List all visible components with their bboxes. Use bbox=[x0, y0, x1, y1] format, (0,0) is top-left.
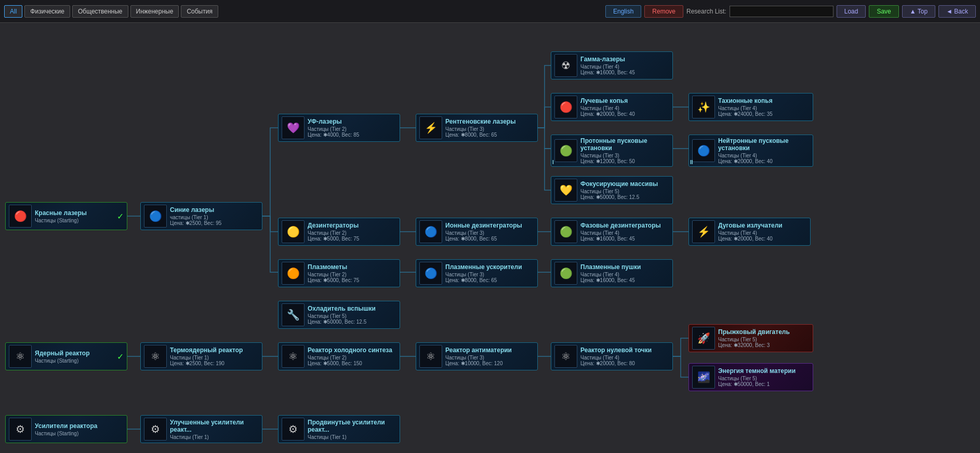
tech-price-plasma_cannons: Цена: ✱16000, Вес: 45 bbox=[580, 277, 669, 283]
tech-tier-zero_point_reactor: Частицы (Tier 4) bbox=[580, 355, 669, 361]
tech-name-dark_energy: Энергия темной материи bbox=[718, 367, 810, 375]
tech-price-cold_fusion: Цена: ✱5000, Вес: 150 bbox=[308, 361, 396, 366]
check-mark-red_lasers: ✓ bbox=[117, 211, 124, 221]
save-button[interactable]: Save bbox=[869, 5, 898, 18]
nav-social[interactable]: Общественные bbox=[72, 5, 128, 18]
tech-card-plasma_throwers[interactable]: 🟠ПлазмометыЧастицы (Tier 2)Цена: ✱5000, … bbox=[278, 259, 400, 287]
tech-info-reactor_boosters: Усилители реактораЧастицы (Starting) bbox=[35, 422, 124, 436]
tech-price-plasma_throwers: Цена: ✱5000, Вес: 75 bbox=[308, 277, 396, 283]
tech-price-arc_emitters: Цена: ✱20000, Вес: 40 bbox=[718, 236, 807, 242]
tech-price-zero_point_reactor: Цена: ✱20000, Вес: 80 bbox=[580, 361, 669, 366]
load-button[interactable]: Load bbox=[837, 5, 866, 18]
tech-name-advanced_boosters: Продвинутые усилители реакт... bbox=[308, 419, 396, 433]
tech-card-xray_lasers[interactable]: ⚡Рентгеновские лазерыЧастицы (Tier 3)Цен… bbox=[416, 114, 538, 142]
tech-icon-fusion_reactor: ⚛ bbox=[144, 345, 167, 368]
tech-card-disintegrators[interactable]: 🟡ДезинтеграторыЧастицы (Tier 2)Цена: ✱50… bbox=[278, 218, 400, 246]
tech-card-cold_fusion[interactable]: ⚛Реактор холодного синтезаЧастицы (Tier … bbox=[278, 342, 400, 370]
tech-tier-ion_disintegrators: Частицы (Tier 3) bbox=[445, 230, 534, 236]
tech-info-phase_disintegrators: Фазовые дезинтеграторыЧастицы (Tier 4)Це… bbox=[580, 222, 669, 242]
tech-card-neutron_launchers[interactable]: 🔵Нейтронные пусковые установкиЧастицы (T… bbox=[688, 135, 813, 167]
tech-name-gamma_lasers: Гамма-лазеры bbox=[580, 56, 669, 63]
nav-engineering[interactable]: Инженерные bbox=[130, 5, 179, 18]
nav-all[interactable]: All bbox=[4, 5, 22, 18]
tech-info-red_lasers: Красные лазерыЧастицы (Starting) bbox=[35, 209, 114, 223]
tech-name-plasma_cannons: Плазменные пушки bbox=[580, 263, 669, 271]
tech-price-ion_disintegrators: Цена: ✱8000, Вес: 65 bbox=[445, 236, 534, 242]
tech-card-arc_emitters[interactable]: ⚡Дуговые излучателиЧастицы (Tier 4)Цена:… bbox=[688, 218, 811, 246]
back-button[interactable]: ◄ Back bbox=[938, 5, 976, 18]
tech-name-cold_fusion: Реактор холодного синтеза bbox=[308, 347, 396, 354]
tech-icon-tachyon_lances: ✨ bbox=[692, 96, 715, 118]
tech-icon-plasma_accelerators: 🔵 bbox=[419, 262, 442, 285]
tech-card-improved_boosters[interactable]: ⚙Улучшенные усилители реакт...Частицы (T… bbox=[140, 415, 262, 443]
tech-card-red_lasers[interactable]: 🔴Красные лазерыЧастицы (Starting)✓ bbox=[5, 202, 127, 230]
tech-card-dark_energy[interactable]: 🌌Энергия темной материиЧастицы (Tier 5)Ц… bbox=[688, 363, 813, 391]
tech-name-zero_point_reactor: Реактор нулевой точки bbox=[580, 347, 669, 354]
tech-card-flash_cooler[interactable]: 🔧Охладитель вспышкиЧастицы (Tier 5)Цена:… bbox=[278, 301, 400, 329]
tech-tier-gamma_lasers: Частицы (Tier 4) bbox=[580, 64, 669, 70]
tech-card-fusion_reactor[interactable]: ⚛Термоядерный реакторЧастицы (Tier 1)Цен… bbox=[140, 342, 262, 370]
english-button[interactable]: English bbox=[605, 5, 641, 18]
tech-info-zero_point_reactor: Реактор нулевой точкиЧастицы (Tier 4)Цен… bbox=[580, 347, 669, 366]
tech-card-proton_launchers[interactable]: 🟢Протонные пусковые установкиЧастицы (Ti… bbox=[551, 135, 673, 167]
tech-card-blue_lasers[interactable]: 🔵Синие лазерычастицы (Tier 1)Цена: ✱2500… bbox=[140, 202, 262, 230]
tech-tier-arc_emitters: Частицы (Tier 4) bbox=[718, 230, 807, 236]
tech-icon-proton_launchers: 🟢 bbox=[554, 139, 577, 162]
tech-info-advanced_boosters: Продвинутые усилители реакт...Частицы (T… bbox=[308, 419, 396, 440]
badge-neutron_launchers: II bbox=[690, 159, 693, 165]
tech-card-nuclear_reactor[interactable]: ⚛Ядерный реакторЧастицы (Starting)✓ bbox=[5, 342, 127, 370]
tech-tier-neutron_launchers: Частицы (Tier 4) bbox=[718, 153, 810, 158]
tech-card-zero_point_reactor[interactable]: ⚛Реактор нулевой точкиЧастицы (Tier 4)Це… bbox=[551, 342, 673, 370]
tech-icon-zero_point_reactor: ⚛ bbox=[554, 345, 577, 368]
tech-icon-ion_disintegrators: 🔵 bbox=[419, 220, 442, 243]
tech-card-gamma_lasers[interactable]: ☢Гамма-лазерыЧастицы (Tier 4)Цена: ✱1600… bbox=[551, 51, 673, 79]
tech-name-red_lasers: Красные лазеры bbox=[35, 209, 114, 217]
tech-tier-beam_lances: Частицы (Tier 4) bbox=[580, 105, 669, 111]
tech-price-gamma_lasers: Цена: ✱16000, Вес: 45 bbox=[580, 70, 669, 75]
tech-name-neutron_launchers: Нейтронные пусковые установки bbox=[718, 137, 810, 152]
tech-card-beam_lances[interactable]: 🔴Лучевые копьяЧастицы (Tier 4)Цена: ✱200… bbox=[551, 93, 673, 121]
tech-card-ion_disintegrators[interactable]: 🔵Ионные дезинтеграторыЧастицы (Tier 3)Це… bbox=[416, 218, 538, 246]
nav-events[interactable]: События bbox=[181, 5, 218, 18]
tech-info-arc_emitters: Дуговые излучателиЧастицы (Tier 4)Цена: … bbox=[718, 222, 807, 242]
tech-info-plasma_cannons: Плазменные пушкиЧастицы (Tier 4)Цена: ✱1… bbox=[580, 263, 669, 283]
tech-card-uv_lasers[interactable]: 💜УФ-лазерыЧастицы (Tier 2)Цена: ✱4000, В… bbox=[278, 114, 400, 142]
tech-icon-improved_boosters: ⚙ bbox=[144, 418, 167, 441]
tech-name-blue_lasers: Синие лазеры bbox=[170, 206, 259, 214]
tech-icon-gamma_lasers: ☢ bbox=[554, 54, 577, 77]
tech-name-xray_lasers: Рентгеновские лазеры bbox=[445, 118, 534, 125]
research-list-input[interactable] bbox=[730, 6, 833, 17]
tech-card-tachyon_lances[interactable]: ✨Тахионные копьяЧастицы (Tier 4)Цена: ✱2… bbox=[688, 93, 813, 121]
tech-tier-blue_lasers: частицы (Tier 1) bbox=[170, 215, 259, 220]
nav-physical[interactable]: Физические bbox=[24, 5, 70, 18]
tech-card-reactor_boosters[interactable]: ⚙Усилители реактораЧастицы (Starting) bbox=[5, 415, 127, 443]
tech-info-gamma_lasers: Гамма-лазерыЧастицы (Tier 4)Цена: ✱16000… bbox=[580, 56, 669, 75]
tech-card-plasma_accelerators[interactable]: 🔵Плазменные ускорителиЧастицы (Tier 3)Це… bbox=[416, 259, 538, 287]
tech-card-plasma_cannons[interactable]: 🟢Плазменные пушкиЧастицы (Tier 4)Цена: ✱… bbox=[551, 259, 673, 287]
tech-tier-uv_lasers: Частицы (Tier 2) bbox=[308, 126, 396, 132]
tech-name-focusing_arrays: Фокусирующие массивы bbox=[580, 180, 669, 188]
tech-name-fusion_reactor: Термоядерный реактор bbox=[170, 347, 259, 354]
tech-name-jump_drive: Прыжковый двигатель bbox=[718, 328, 810, 336]
tech-tier-xray_lasers: Частицы (Tier 3) bbox=[445, 126, 534, 132]
tech-icon-dark_energy: 🌌 bbox=[692, 366, 715, 389]
tech-card-jump_drive[interactable]: 🚀Прыжковый двигательЧастицы (Tier 5)Цена… bbox=[688, 324, 813, 352]
tech-icon-advanced_boosters: ⚙ bbox=[282, 418, 304, 441]
tech-icon-neutron_launchers: 🔵 bbox=[692, 139, 715, 162]
tech-tier-jump_drive: Частицы (Tier 5) bbox=[718, 337, 810, 342]
tech-card-focusing_arrays[interactable]: 💛Фокусирующие массивыЧастицы (Tier 5)Цен… bbox=[551, 176, 673, 204]
tech-card-phase_disintegrators[interactable]: 🟢Фазовые дезинтеграторыЧастицы (Tier 4)Ц… bbox=[551, 218, 673, 246]
check-mark-nuclear_reactor: ✓ bbox=[117, 352, 124, 362]
tech-card-advanced_boosters[interactable]: ⚙Продвинутые усилители реакт...Частицы (… bbox=[278, 415, 400, 443]
tech-info-plasma_throwers: ПлазмометыЧастицы (Tier 2)Цена: ✱5000, В… bbox=[308, 263, 396, 283]
tech-tier-advanced_boosters: Частицы (Tier 1) bbox=[308, 434, 396, 440]
tech-icon-nuclear_reactor: ⚛ bbox=[9, 345, 32, 368]
tech-info-ion_disintegrators: Ионные дезинтеграторыЧастицы (Tier 3)Цен… bbox=[445, 222, 534, 242]
tech-info-cold_fusion: Реактор холодного синтезаЧастицы (Tier 2… bbox=[308, 347, 396, 366]
tech-tier-phase_disintegrators: Частицы (Tier 4) bbox=[580, 230, 669, 236]
tech-name-antimatter_reactor: Реактор антиматерии bbox=[445, 347, 534, 354]
tech-card-antimatter_reactor[interactable]: ⚛Реактор антиматерииЧастицы (Tier 3)Цена… bbox=[416, 342, 538, 370]
top-button[interactable]: ▲ Top bbox=[902, 5, 935, 18]
remove-button[interactable]: Remove bbox=[644, 5, 683, 18]
tech-price-neutron_launchers: Цена: ✱20000, Вес: 40 bbox=[718, 158, 810, 164]
